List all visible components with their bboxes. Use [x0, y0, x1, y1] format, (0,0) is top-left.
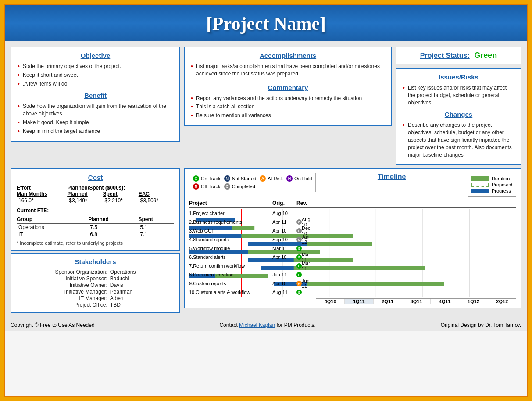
eac-val: $3,509* — [139, 197, 174, 204]
gantt-rows-container: 1.Project charter Aug 10 2.Business requ… — [189, 209, 516, 297]
gantt-row-5: 5.Workflow module Mar 11 G — [189, 244, 516, 253]
completed-label: Completed — [232, 184, 255, 189]
time-1q12: 1Q12 — [459, 299, 488, 304]
on-hold-circle: H — [286, 175, 293, 182]
time-4q10: 4Q10 — [316, 299, 345, 304]
gantt-text-rows: 1.Project charter Aug 10 2.Business requ… — [189, 209, 516, 297]
time-3q11: 3Q11 — [402, 299, 431, 304]
cost-panel: Cost Effort Planned/Spent ($000s): Man M… — [11, 168, 180, 251]
timeline-legend-left: G On Track N Not Started A At Risk H On … — [189, 173, 316, 192]
issues-risks-panel: Issues/Risks List key issues and/or risk… — [396, 68, 521, 165]
at-risk-label: At Risk — [268, 176, 283, 181]
accomplishments-title: Accomplishments — [190, 52, 386, 59]
s-val-0: Operations — [110, 269, 136, 275]
footer-contact-link[interactable]: Michael Kaplan — [239, 322, 275, 328]
row4-status: C — [296, 237, 302, 242]
row5-status: G — [296, 246, 302, 251]
stakeholders-panel: Stakeholders Sponsor Organization: Opera… — [11, 253, 180, 313]
row8-name: 8.Document creation — [189, 272, 272, 277]
issues-risks-list: List key issues and/or risks that may af… — [402, 84, 515, 106]
s-val-5: TBD — [110, 302, 136, 308]
row5-name: 5.Workflow module — [189, 246, 272, 251]
cost-title: Cost — [17, 174, 174, 181]
row3-name: 3.Web GUI — [189, 228, 272, 233]
mm-header: Man Months — [17, 191, 67, 197]
row6-status: G — [296, 254, 302, 260]
gantt-row-7: 7.Return confirm workflow G Mar 11 — [189, 261, 516, 270]
row10-rev: G — [296, 290, 316, 295]
gantt-row-1: 1.Project charter Aug 10 — [189, 209, 516, 218]
row8-rev: G — [296, 272, 316, 277]
fte-row2-spent: 7.1 — [138, 231, 174, 238]
on-track-label: On Track — [201, 176, 221, 181]
row10-orig: Aug 11 — [272, 290, 296, 295]
issues-risks-item-1: List key issues and/or risks that may af… — [402, 84, 515, 106]
project-status-panel: Project Status: Green — [396, 47, 521, 64]
fte-row2-planned: 6.8 — [88, 231, 138, 238]
spent-header: Spent — [103, 191, 138, 197]
stakeholders-title: Stakeholders — [17, 258, 174, 265]
fte-planned-header: Planned — [88, 216, 138, 224]
mm-val: 166.0* — [17, 197, 67, 204]
not-started-label: Not Started — [232, 176, 257, 181]
s-label-2: Initiative Owner: — [55, 282, 107, 288]
gantt-row-4: 4.Standard reports Sep 10 C Jan 12 — [189, 235, 516, 244]
benefit-list: State how the organization will gain fro… — [17, 103, 174, 135]
time-2q12: 2Q12 — [488, 299, 516, 304]
row3-status: C — [296, 228, 302, 233]
accomplishments-list: List major tasks/accomplishments that ha… — [190, 63, 386, 78]
at-risk-circle: A — [260, 175, 266, 182]
row8-orig: Jun 11 — [272, 272, 296, 277]
row9-rev: A Jun 11 — [296, 278, 316, 289]
objective-title: Objective — [17, 52, 174, 59]
gantt-row-10: 10.Custom alerts & workflow Aug 11 G — [189, 288, 516, 297]
s-val-4: Albert — [110, 295, 136, 301]
row9-name: 9.Custom reports — [189, 281, 272, 286]
proposed-bar-icon — [471, 183, 489, 187]
fte-table: Group Planned Spent Operations 7.5 5.1 I… — [17, 216, 174, 238]
cost-footnote: * Incomplete estimate, refer to underlyi… — [17, 240, 174, 246]
timeline-wrapper: G On Track N Not Started A At Risk H On … — [182, 167, 523, 315]
row7-status: G — [296, 263, 302, 269]
row5-rev: G — [296, 246, 316, 251]
s-label-1: Initiative Sponsor: — [55, 276, 107, 282]
s-val-1: Baduchi — [110, 276, 136, 282]
gantt-orig-header: Orig. — [272, 200, 296, 206]
benefit-title: Benefit — [17, 92, 174, 99]
time-axis: 4Q10 1Q11 2Q11 3Q11 4Q11 1Q12 2Q12 — [316, 298, 516, 304]
bottom-left-column: Cost Effort Planned/Spent ($000s): Man M… — [9, 167, 182, 315]
row1-orig: Aug 10 — [272, 211, 296, 216]
row2-status: C — [296, 219, 302, 225]
planned-val: $3,149* — [67, 197, 103, 204]
accomplishments-item-1: List major tasks/accomplishments that ha… — [190, 63, 386, 78]
gantt-rev-header: Rev. — [296, 200, 316, 206]
fte-row1-spent: 5.1 — [138, 224, 174, 231]
fte-row1-planned: 7.5 — [88, 224, 138, 231]
timeline-title: Timeline — [378, 173, 406, 181]
planned-header: Planned — [67, 191, 103, 197]
s-val-2: Davis — [110, 282, 136, 288]
changes-item-1: Describe any changes to the project obje… — [402, 122, 515, 158]
objective-panel: Objective State the primary objectives o… — [11, 47, 180, 142]
gantt-row-2: 2.Business requirements Apr 11 C Aug 10 — [189, 218, 516, 226]
gantt-chart: Project Orig. Rev. — [189, 200, 516, 304]
eac-header: EAC — [139, 191, 174, 197]
objective-item-3: .A few items will do — [17, 80, 174, 88]
footer-middle-pre: Contact — [219, 322, 239, 328]
progress-label: Progress — [492, 188, 511, 193]
objective-list: State the primary objectives of the proj… — [17, 63, 174, 87]
gantt-row-3: 3.Web GUI Apr 10 C Dec 10 — [189, 226, 516, 235]
row7-rev: G Mar 11 — [296, 261, 316, 271]
planned-spent-label: Planned/Spent ($000s): — [67, 185, 174, 191]
footer-middle: Contact Michael Kaplan for PM Products. — [219, 322, 315, 328]
row2-name: 2.Business requirements — [189, 219, 272, 225]
s-label-4: IT Manager: — [55, 295, 107, 301]
benefit-item-1: State how the organization will gain fro… — [17, 103, 174, 118]
project-status-value: Green — [474, 51, 497, 60]
fte-spent-header: Spent — [138, 216, 174, 224]
benefit-item-3: Keep in mind the target audience — [17, 128, 174, 135]
time-2q11: 2Q11 — [374, 299, 402, 304]
spent-val: $2,210* — [103, 197, 138, 204]
row4-rev: C Jan 12 — [296, 234, 316, 245]
benefit-item-2: Make it good. Keep it simple — [17, 119, 174, 126]
